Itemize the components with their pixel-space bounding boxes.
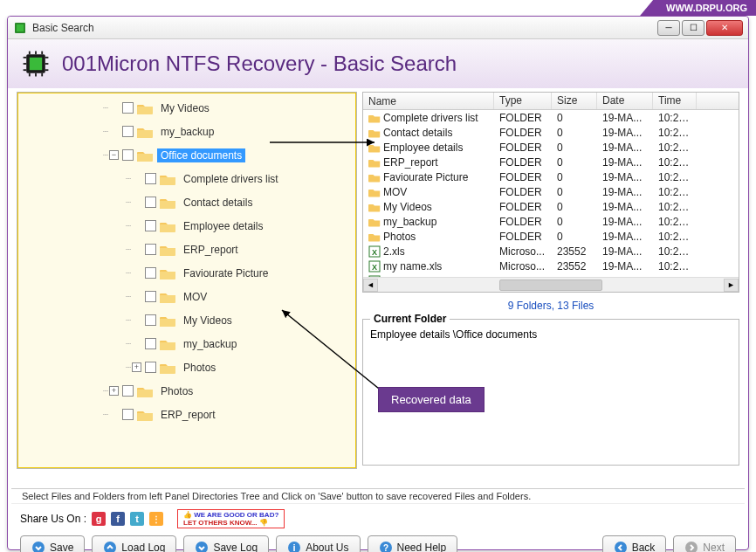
maximize-button[interactable]: ☐: [682, 20, 704, 36]
cell-type: Microso...: [494, 260, 552, 273]
tree-node[interactable]: ┈ERP_report: [17, 403, 356, 426]
col-type[interactable]: Type: [494, 93, 552, 109]
share-row: Share Us On : g f t ⋮ 👍 WE ARE GOOD OR B…: [8, 504, 748, 534]
checkbox[interactable]: [122, 409, 134, 420]
help-icon: ?: [379, 541, 393, 552]
save-log-button[interactable]: Save Log: [183, 535, 269, 552]
back-button[interactable]: Back: [602, 535, 667, 552]
cell-size: 0: [552, 171, 597, 183]
next-button[interactable]: Next: [673, 535, 736, 552]
table-row[interactable]: MOVFOLDER019-MA...10:22:0: [363, 184, 739, 199]
table-row[interactable]: My VideosFOLDER019-MA...10:22:0: [363, 199, 739, 214]
tree-node[interactable]: ┈my_backup: [17, 120, 356, 143]
checkbox[interactable]: [145, 291, 156, 302]
tree-node[interactable]: ┈My Videos: [17, 96, 356, 120]
tree-node[interactable]: ┈Employee details: [17, 214, 356, 238]
current-folder-title: Current Folder: [370, 313, 450, 325]
minimize-button[interactable]: ─: [657, 20, 680, 36]
cell-name: My Videos: [383, 201, 432, 213]
table-row[interactable]: PhotosFOLDER019-MA...10:22:0: [363, 229, 739, 244]
cell-time: 10:22:0: [653, 216, 697, 228]
url-banner: WWW.DRPU.ORG: [640, 0, 756, 16]
cell-size: 0: [552, 216, 597, 228]
tree-node[interactable]: ┈My Videos: [17, 308, 356, 332]
tree-node[interactable]: ┈−Office documents: [17, 143, 356, 167]
col-name[interactable]: Name: [363, 93, 494, 109]
tree-label: my_backup: [157, 125, 217, 139]
checkbox[interactable]: [145, 220, 156, 231]
table-row[interactable]: Xmy name.xlsMicroso...2355219-MA...10:23…: [363, 259, 739, 273]
table-row[interactable]: my_backupFOLDER019-MA...10:22:0: [363, 214, 739, 229]
linkedin-icon[interactable]: ⋮: [149, 512, 163, 526]
cell-size: 0: [552, 141, 597, 154]
load-log-button[interactable]: Load Log: [92, 535, 176, 552]
help-button[interactable]: ?Need Help: [368, 535, 458, 552]
table-row[interactable]: Employee detailsFOLDER019-MA...10:22:0: [363, 140, 739, 155]
tree-node[interactable]: ┈Complete drivers list: [17, 167, 356, 190]
cell-type: FOLDER: [494, 141, 552, 154]
col-size[interactable]: Size: [552, 93, 597, 109]
facebook-icon[interactable]: f: [111, 512, 125, 526]
main-window: Basic Search ─ ☐ ✕ 001Micron NTFS Recove…: [7, 16, 749, 550]
table-row[interactable]: ERP_reportFOLDER019-MA...10:22:0: [363, 155, 739, 169]
expander-icon[interactable]: −: [109, 150, 119, 160]
checkbox[interactable]: [145, 338, 156, 349]
scroll-right-arrow[interactable]: ►: [724, 279, 739, 292]
tree-label: Photos: [180, 361, 219, 375]
h-scrollbar[interactable]: ◄ ►: [363, 277, 739, 292]
tree-node[interactable]: ┈my_backup: [17, 332, 356, 355]
checkbox[interactable]: [122, 385, 134, 397]
cell-date: 19-MA...: [597, 141, 653, 154]
tree-node[interactable]: ┈+Photos: [17, 355, 356, 379]
tree-node[interactable]: ┈Contact details: [17, 190, 356, 214]
file-list-header[interactable]: Name Type Size Date Time: [363, 93, 739, 110]
chip-icon: [20, 48, 52, 79]
checkbox[interactable]: [145, 197, 156, 208]
checkbox[interactable]: [122, 149, 134, 161]
checkbox[interactable]: [145, 267, 156, 279]
col-time[interactable]: Time: [653, 93, 697, 109]
app-header: 001Micron NTFS Recovery - Basic Search: [8, 39, 748, 88]
checkbox[interactable]: [145, 244, 156, 255]
google-plus-icon[interactable]: g: [92, 512, 106, 526]
cell-time: 10:22:0: [653, 141, 697, 154]
file-list[interactable]: Name Type Size Date Time Complete driver…: [362, 92, 739, 293]
save-button[interactable]: Save: [20, 535, 85, 552]
table-row[interactable]: X2.xlsMicroso...2355219-MA...10:23:3: [363, 244, 739, 259]
cell-name: Contact details: [383, 127, 452, 139]
cell-type: FOLDER: [494, 216, 552, 228]
cell-type: FOLDER: [494, 186, 552, 198]
feedback-banner[interactable]: 👍 WE ARE GOOD OR BAD? LET OTHERS KNOW...…: [177, 509, 285, 528]
checkbox[interactable]: [145, 173, 156, 184]
scroll-thumb[interactable]: [499, 279, 603, 291]
tree-label: Employee details: [180, 219, 266, 233]
about-button[interactable]: iAbout Us: [276, 535, 360, 552]
savelog-icon: [195, 541, 209, 552]
close-button[interactable]: ✕: [706, 20, 743, 36]
window-title: Basic Search: [32, 22, 657, 34]
checkbox[interactable]: [122, 126, 134, 137]
instructions-text: Select Files and Folders from left Panel…: [11, 488, 745, 504]
tree-node[interactable]: ┈+Photos: [17, 379, 356, 403]
tree-label: ERP_report: [157, 408, 219, 422]
tree-label: my_backup: [180, 337, 240, 351]
table-row[interactable]: Faviourate PictureFOLDER019-MA...10:22:0: [363, 169, 739, 184]
checkbox[interactable]: [145, 314, 156, 326]
app-icon: [13, 21, 27, 35]
checkbox[interactable]: [145, 362, 156, 373]
tree-node[interactable]: ┈ERP_report: [17, 238, 356, 261]
share-label: Share Us On :: [20, 513, 86, 525]
expander-icon[interactable]: +: [132, 362, 141, 372]
tree-node[interactable]: ┈MOV: [17, 285, 356, 308]
table-row[interactable]: Contact detailsFOLDER019-MA...10:22:0: [363, 125, 739, 140]
scroll-left-arrow[interactable]: ◄: [363, 279, 378, 292]
tree-node[interactable]: ┈Faviourate Picture: [17, 261, 356, 285]
twitter-icon[interactable]: t: [130, 512, 144, 526]
tree-panel[interactable]: ┈My Videos┈my_backup┈−Office documents┈C…: [17, 92, 357, 469]
checkbox[interactable]: [122, 102, 134, 114]
table-row[interactable]: Complete drivers listFOLDER019-MA...10:2…: [363, 110, 739, 125]
cell-date: 19-MA...: [597, 127, 653, 139]
col-date[interactable]: Date: [597, 93, 653, 109]
expander-icon[interactable]: +: [109, 386, 119, 396]
cell-type: FOLDER: [494, 127, 552, 139]
